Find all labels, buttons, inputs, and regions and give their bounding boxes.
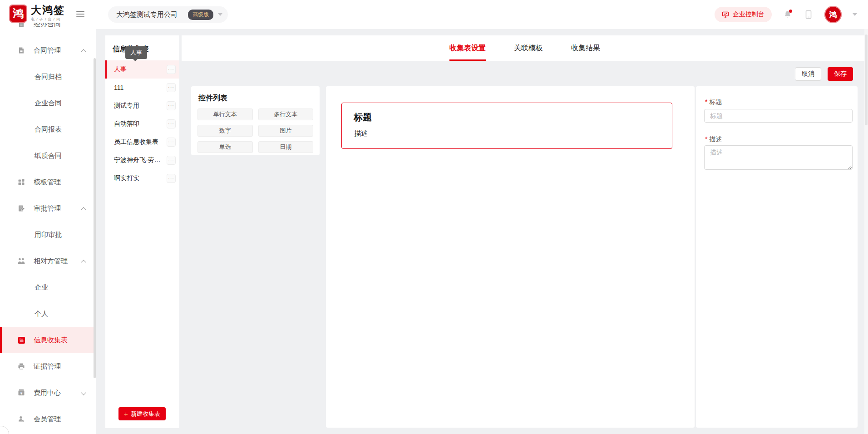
sidebar-item-info-collection-forms[interactable]: 信息收集表 <box>0 327 96 353</box>
notification-dot <box>789 10 792 13</box>
page-scrollbar-thumb[interactable] <box>865 35 868 125</box>
enterprise-console-button[interactable]: 企业控制台 <box>715 7 772 22</box>
form-preview-panel: 标题 描述 <box>326 86 695 428</box>
ellipsis-icon[interactable]: ··· <box>167 138 176 147</box>
file-icon <box>17 46 25 54</box>
sidebar-item-counterparty-management[interactable]: 相对方管理 <box>0 248 96 274</box>
settings-form-panel: *标题 *描述 <box>696 86 858 428</box>
sidebar-menu: 经办合同 合同管理 合同归档 企业合同 合同报表 纸质合同 模板管理 审批管理 … <box>0 23 96 434</box>
sidebar-item-evidence-management[interactable]: 证据管理 <box>0 353 96 380</box>
collection-item-ningbo[interactable]: 宁波神舟飞-劳动… ··· <box>105 151 179 169</box>
sidebar-item-template-management[interactable]: 模板管理 <box>0 169 96 195</box>
collection-item-renshi[interactable]: 人事 ··· <box>105 60 179 79</box>
sidebar-item-operated-contracts[interactable]: 经办合同 <box>0 23 96 37</box>
file-icon <box>17 23 25 28</box>
control-single-line-text[interactable]: 单行文本 <box>197 108 253 120</box>
people-icon <box>17 257 25 265</box>
member-icon <box>17 415 25 423</box>
brand-name: 大鸿签 <box>31 5 65 16</box>
monitor-icon <box>722 11 729 18</box>
save-button[interactable]: 保存 <box>828 67 853 81</box>
top-bar: 大鸿签测试专用公司 高级版 企业控制台 鸿 <box>96 0 868 29</box>
controls-panel-title: 控件列表 <box>191 86 320 108</box>
money-icon: ¥ <box>17 389 25 397</box>
preview-description: 描述 <box>354 129 368 138</box>
app-logo: 鸿 大鸿签 电 / 子 / 合 / 同 <box>9 5 65 23</box>
chevron-down-icon <box>218 13 222 16</box>
form-header-block-selected[interactable]: 标题 描述 <box>341 103 672 149</box>
sidebar-scrollbar[interactable] <box>94 58 96 378</box>
sidebar-item-member-management[interactable]: 会员管理 <box>0 406 96 432</box>
chevron-up-icon <box>81 49 86 54</box>
action-buttons: 取消 保存 <box>795 67 853 81</box>
notification-bell-button[interactable] <box>783 10 793 20</box>
account-chevron-down-icon[interactable] <box>853 13 857 16</box>
collection-item-111[interactable]: 111 ··· <box>105 79 179 97</box>
chevron-down-icon <box>81 390 86 395</box>
preview-title: 标题 <box>354 111 372 123</box>
tab-bar: 收集表设置 关联模板 收集结果 <box>182 35 868 61</box>
collection-item-ashidashi[interactable]: 啊实打实 ··· <box>105 169 179 187</box>
tab-collection-results[interactable]: 收集结果 <box>571 35 600 61</box>
plan-badge: 高级版 <box>188 10 213 20</box>
ellipsis-icon[interactable]: ··· <box>167 83 176 92</box>
control-image[interactable]: 图片 <box>258 125 314 137</box>
sidebar-item-enterprise-contracts[interactable]: 企业合同 <box>0 90 96 116</box>
new-collection-button[interactable]: + 新建收集表 <box>118 407 166 420</box>
avatar[interactable]: 鸿 <box>824 6 842 23</box>
tab-linked-templates[interactable]: 关联模板 <box>514 35 543 61</box>
mobile-app-button[interactable] <box>804 10 814 20</box>
sidebar-item-seal-approval[interactable]: 用印审批 <box>0 222 96 248</box>
ellipsis-icon[interactable]: ··· <box>167 65 176 74</box>
tooltip: 人事 <box>125 46 147 59</box>
chevron-up-icon <box>81 207 86 212</box>
control-single-choice[interactable]: 单选 <box>197 141 253 153</box>
title-field-label: *标题 <box>705 98 722 106</box>
controls-panel: 控件列表 单行文本 多行文本 数字 图片 单选 日期 <box>191 86 320 155</box>
sidebar-item-contract-reports[interactable]: 合同报表 <box>0 116 96 143</box>
control-number[interactable]: 数字 <box>197 125 253 137</box>
sidebar-item-approval-management[interactable]: 审批管理 <box>0 195 96 222</box>
tab-form-settings[interactable]: 收集表设置 <box>449 35 486 61</box>
ellipsis-icon[interactable]: ··· <box>167 174 176 183</box>
sidebar-item-enterprise[interactable]: 企业 <box>0 274 96 301</box>
plus-icon: + <box>124 410 128 418</box>
sidebar-item-paper-contracts[interactable]: 纸质合同 <box>0 143 96 169</box>
sidebar-item-expense-center[interactable]: ¥ 费用中心 <box>0 380 96 406</box>
collection-item-employee-info[interactable]: 员工信息收集表 ··· <box>105 133 179 151</box>
description-field-label: *描述 <box>705 135 722 143</box>
form-icon <box>17 336 25 344</box>
cancel-button[interactable]: 取消 <box>795 67 821 81</box>
printer-icon <box>17 362 25 370</box>
company-name: 大鸿签测试专用公司 <box>116 10 183 19</box>
collection-item-autoseal[interactable]: 自动落印 ··· <box>105 115 179 133</box>
page-scrollbar[interactable] <box>864 29 868 434</box>
sidebar-item-individual[interactable]: 个人 <box>0 301 96 327</box>
ellipsis-icon[interactable]: ··· <box>167 119 176 128</box>
sidebar-collapse-button[interactable] <box>76 11 84 19</box>
sidebar-item-contract-archive[interactable]: 合同归档 <box>0 64 96 90</box>
ellipsis-icon[interactable]: ··· <box>167 101 176 110</box>
title-input[interactable] <box>704 109 853 123</box>
description-textarea[interactable] <box>704 145 853 170</box>
ellipsis-icon[interactable]: ··· <box>167 156 176 165</box>
collection-item-test[interactable]: 测试专用 ··· <box>105 97 179 115</box>
svg-text:¥: ¥ <box>20 391 23 395</box>
collection-list-panel: 信息收集表 人事 人事 ··· 111 ··· 测试专用 ··· 自动落印 ··… <box>105 35 179 428</box>
logo-seal-icon: 鸿 <box>9 5 27 23</box>
audit-icon <box>17 204 25 212</box>
control-date[interactable]: 日期 <box>258 141 314 153</box>
grid-icon <box>17 178 25 186</box>
brand-slogan: 电 / 子 / 合 / 同 <box>31 17 65 22</box>
company-switcher[interactable]: 大鸿签测试专用公司 高级版 <box>108 6 228 23</box>
control-multi-line-text[interactable]: 多行文本 <box>258 108 314 120</box>
chevron-up-icon <box>81 260 86 265</box>
sidebar-item-contract-management[interactable]: 合同管理 <box>0 37 96 64</box>
sidebar: 鸿 大鸿签 电 / 子 / 合 / 同 经办合同 合同管理 合同归档 企业合同 … <box>0 0 96 434</box>
